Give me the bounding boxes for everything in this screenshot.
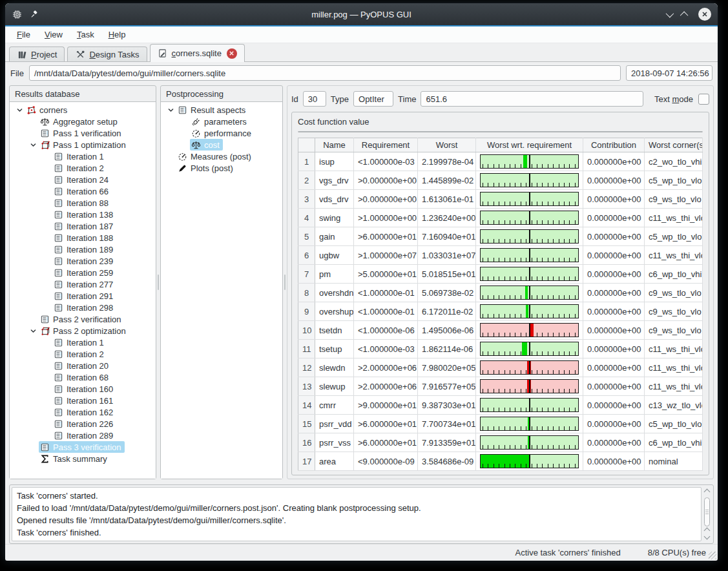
table-row-psrr_vdd[interactable]: 15psrr_vdd>6.000000e+017.700734e+010.000… — [298, 415, 703, 433]
results-item-iteration-291[interactable]: Iteration 291 — [11, 290, 154, 302]
splitter-left[interactable] — [156, 85, 160, 479]
log-scrollbar[interactable] — [703, 487, 711, 541]
tree-expander-icon[interactable] — [165, 107, 176, 114]
tree-expander-icon[interactable] — [27, 141, 39, 149]
results-item-iteration-68[interactable]: Iteration 68 — [11, 371, 154, 383]
minimize-button[interactable] — [666, 10, 672, 19]
results-item-aggregator-setup[interactable]: Aggregator setup — [11, 116, 154, 127]
row-number: 16 — [298, 433, 315, 452]
results-item-pass-2-verification[interactable]: Pass 2 verification — [11, 313, 154, 325]
file-path-input[interactable]: /mnt/data/Data/pytest/demo/gui/miller/co… — [29, 65, 621, 81]
results-item-iteration-188[interactable]: Iteration 188 — [11, 232, 154, 244]
results-item-iteration-298[interactable]: Iteration 298 — [11, 302, 154, 313]
results-item-iteration-189[interactable]: Iteration 189 — [11, 244, 154, 255]
tree-expander-icon[interactable] — [27, 327, 39, 335]
id-label: Id — [291, 94, 298, 104]
column-header-requirement[interactable]: Requirement — [354, 138, 418, 152]
results-item-iteration-162[interactable]: Iteration 162 — [11, 406, 154, 418]
tab-corners-sqlite[interactable]: corners.sqlite — [150, 44, 245, 62]
tab-close-icon[interactable] — [227, 48, 237, 59]
cell-worst: 7.913359e+01 — [418, 433, 476, 452]
results-item-iteration-20[interactable]: Iteration 20 — [11, 360, 154, 371]
scrollbar-thumb[interactable] — [704, 497, 710, 526]
results-item-iteration-2[interactable]: Iteration 2 — [11, 348, 154, 360]
log-output[interactable]: Task 'corners' started.Failed to load '/… — [12, 487, 702, 541]
results-item-iteration-259[interactable]: Iteration 259 — [11, 267, 154, 278]
results-item-iteration-138[interactable]: Iteration 138 — [11, 209, 154, 220]
cell-worst-corner: c9_ws_tlo_vlo — [645, 321, 703, 340]
time-field[interactable]: 651.6 — [421, 91, 643, 107]
results-item-iteration-226[interactable]: Iteration 226 — [11, 418, 154, 430]
list-icon — [53, 209, 63, 220]
results-item-task-summary[interactable]: Task summary — [11, 453, 154, 464]
column-header-worst[interactable]: Worst — [418, 138, 476, 152]
tab-project[interactable]: Project — [9, 47, 65, 62]
menu-item-help[interactable]: Help — [102, 28, 132, 41]
results-item-pass-2-optimization[interactable]: Pass 2 optimization — [11, 325, 154, 337]
table-row-slewup[interactable]: 13slewup>2.000000e+067.916577e+050.00000… — [298, 377, 703, 396]
results-item-corners[interactable]: corners — [11, 104, 154, 116]
menu-item-task[interactable]: Task — [70, 28, 101, 41]
results-item-iteration-1[interactable]: Iteration 1 — [11, 337, 154, 348]
close-button[interactable] — [698, 8, 711, 21]
splitter-right[interactable] — [283, 85, 287, 479]
maximize-button[interactable] — [682, 10, 688, 19]
text-mode-checkbox[interactable] — [698, 94, 709, 105]
results-item-iteration-160[interactable]: Iteration 160 — [11, 383, 154, 395]
id-field[interactable]: 30 — [303, 91, 326, 107]
results-item-pass-3-verification[interactable]: Pass 3 verification — [11, 441, 154, 453]
results-item-iteration-88[interactable]: Iteration 88 — [11, 197, 154, 209]
worst-wrt-requirement-bar — [480, 304, 579, 318]
post-item-result-aspects[interactable]: Result aspects — [162, 104, 281, 116]
results-item-iteration-239[interactable]: Iteration 239 — [11, 255, 154, 267]
scroll-up-icon[interactable] — [704, 489, 711, 495]
pin-icon[interactable] — [28, 9, 39, 19]
tree-expander-icon[interactable] — [14, 107, 25, 114]
titlebar[interactable]: miller.pog — PyOPUS GUI — [5, 3, 718, 25]
cost-function-value-field[interactable]: 0.000000e+00 — [298, 131, 703, 132]
type-field[interactable]: OptIter — [353, 91, 393, 107]
table-row-overshup[interactable]: 9overshup<1.000000e-016.172011e-020.0000… — [298, 302, 703, 321]
table-row-vds_drv[interactable]: 3vds_drv>0.000000e+001.613061e-010.00000… — [298, 190, 703, 209]
table-row-cmrr[interactable]: 14cmrr>9.000000e+019.387303e+010.000000e… — [298, 396, 703, 415]
table-row-vgs_drv[interactable]: 2vgs_drv>0.000000e+001.445899e-020.00000… — [298, 171, 703, 190]
post-item-performance[interactable]: performance — [162, 127, 281, 139]
results-item-iteration-187[interactable]: Iteration 187 — [11, 220, 154, 232]
post-item-plots-post-[interactable]: Plots (post) — [162, 162, 281, 174]
tree-item-label: Iteration 138 — [67, 210, 113, 220]
tab-design-tasks[interactable]: Design Tasks — [67, 47, 147, 62]
table-row-ugbw[interactable]: 6ugbw>1.000000e+071.033031e+070.000000e+… — [298, 246, 703, 265]
timestamp-field[interactable]: 2018-09-07 14:26:56 — [626, 65, 712, 81]
table-row-overshdn[interactable]: 8overshdn<1.000000e-015.069738e-020.0000… — [298, 284, 703, 302]
column-header-worst-corner-s-[interactable]: Worst corner(s) — [645, 138, 703, 152]
post-item-measures-post-[interactable]: Measures (post) — [162, 151, 281, 162]
column-header-contribution[interactable]: Contribution — [583, 138, 645, 152]
results-item-iteration-277[interactable]: Iteration 277 — [11, 278, 154, 290]
post-item-cost[interactable]: cost — [162, 139, 281, 151]
menu-item-view[interactable]: View — [38, 28, 69, 41]
scroll-down-icon[interactable] — [704, 534, 711, 540]
table-row-slewdn[interactable]: 12slewdn>2.000000e+067.980020e+050.00000… — [298, 358, 703, 377]
table-row-tsetdn[interactable]: 10tsetdn<1.000000e-061.495006e-060.00000… — [298, 321, 703, 340]
results-item-iteration-289[interactable]: Iteration 289 — [11, 430, 154, 441]
column-header-worst-wrt-requirement[interactable]: Worst wrt. requirement — [476, 138, 583, 152]
results-item-iteration-2[interactable]: Iteration 2 — [11, 162, 154, 174]
table-row-psrr_vss[interactable]: 16psrr_vss>6.000000e+017.913359e+010.000… — [298, 433, 703, 452]
post-item-parameters[interactable]: parameters — [162, 116, 281, 127]
table-row-pm[interactable]: 7pm>5.000000e+015.018515e+010.000000e+00… — [298, 265, 703, 284]
table-row-tsetup[interactable]: 11tsetup<1.000000e-031.862114e-060.00000… — [298, 340, 703, 358]
table-row-gain[interactable]: 5gain>6.000000e+017.160940e+010.000000e+… — [298, 227, 703, 246]
results-item-iteration-1[interactable]: Iteration 1 — [11, 151, 154, 162]
menu-item-file[interactable]: File — [10, 28, 37, 41]
results-item-iteration-24[interactable]: Iteration 24 — [11, 174, 154, 185]
resize-grip-icon[interactable] — [709, 552, 716, 559]
list-icon — [53, 430, 63, 441]
results-item-iteration-161[interactable]: Iteration 161 — [11, 395, 154, 406]
table-row-isup[interactable]: 1isup<1.000000e-032.199978e-040.000000e+… — [298, 152, 703, 171]
table-row-area[interactable]: 17area<9.000000e-093.584686e-090.000000e… — [298, 452, 703, 471]
column-header-name[interactable]: Name — [315, 138, 354, 152]
table-row-swing[interactable]: 4swing>1.000000e+001.236240e+000.000000e… — [298, 209, 703, 227]
results-item-iteration-66[interactable]: Iteration 66 — [11, 185, 154, 197]
results-item-pass-1-verification[interactable]: Pass 1 verification — [11, 127, 154, 139]
results-item-pass-1-optimization[interactable]: Pass 1 optimization — [11, 139, 154, 151]
